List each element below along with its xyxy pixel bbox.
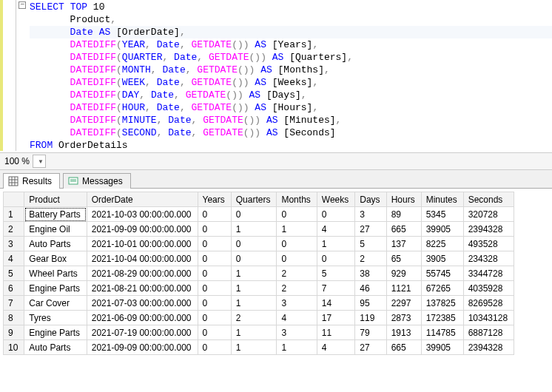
code-line[interactable]: Product,	[30, 13, 552, 26]
grid-cell[interactable]: 1	[277, 222, 317, 237]
grid-cell[interactable]: 2	[355, 251, 386, 266]
grid-cell[interactable]: 1	[231, 296, 277, 311]
grid-cell[interactable]: 4	[317, 340, 354, 355]
grid-cell[interactable]: 2021-08-21 00:00:00.000	[87, 281, 198, 296]
grid-cell[interactable]: 67265	[421, 281, 463, 296]
grid-cell[interactable]: 2021-08-29 00:00:00.000	[87, 266, 198, 281]
code-line[interactable]: SELECT TOP 10	[30, 1, 552, 13]
grid-cell[interactable]: 8269528	[463, 296, 514, 311]
grid-cell[interactable]: 0	[198, 281, 231, 296]
grid-cell[interactable]: 0	[198, 296, 231, 311]
table-row[interactable]: 6Engine Parts2021-08-21 00:00:00.0000127…	[4, 281, 514, 296]
grid-cell[interactable]: 5345	[421, 207, 463, 222]
grid-cell[interactable]: 137	[386, 237, 421, 251]
grid-cell[interactable]: Car Cover	[24, 296, 87, 311]
grid-cell[interactable]: 79	[355, 325, 386, 340]
grid-cell[interactable]: 0	[317, 207, 354, 222]
grid-cell[interactable]: 2021-07-19 00:00:00.000	[87, 325, 198, 340]
grid-cell[interactable]: 0	[277, 237, 317, 251]
grid-cell[interactable]: 493528	[463, 237, 514, 251]
code-line[interactable]: DATEDIFF(MINUTE, Date, GETDATE()) AS [Mi…	[30, 114, 552, 126]
grid-cell[interactable]: 7	[317, 281, 354, 296]
grid-cell[interactable]: 4035928	[463, 281, 514, 296]
grid-cell[interactable]: 4	[277, 311, 317, 325]
grid-cell[interactable]: 2021-10-01 00:00:00.000	[87, 237, 198, 251]
code-line[interactable]: Date AS [OrderDate],	[30, 26, 552, 38]
column-header[interactable]: OrderDate	[87, 192, 198, 207]
row-header[interactable]: 3	[4, 237, 24, 251]
grid-cell[interactable]: 0	[198, 340, 231, 355]
code-line[interactable]: DATEDIFF(YEAR, Date, GETDATE()) AS [Year…	[30, 38, 552, 51]
table-row[interactable]: 7Car Cover2021-07-03 00:00:00.0000131495…	[4, 296, 514, 311]
grid-cell[interactable]: 1	[231, 281, 277, 296]
column-header[interactable]: Quarters	[231, 192, 277, 207]
grid-cell[interactable]: 1	[277, 340, 317, 355]
table-row[interactable]: 8Tyres2021-06-09 00:00:00.00002417119287…	[4, 311, 514, 325]
code-line[interactable]: DATEDIFF(MONTH, Date, GETDATE()) AS [Mon…	[30, 64, 552, 76]
grid-cell[interactable]: 2021-09-09 00:00:00.000	[87, 340, 198, 355]
grid-cell[interactable]: 3905	[421, 251, 463, 266]
grid-cell[interactable]: 2021-10-03 00:00:00.000	[87, 207, 198, 222]
row-header[interactable]: 7	[4, 296, 24, 311]
grid-cell[interactable]: 11	[317, 325, 354, 340]
grid-cell[interactable]: Engine Oil	[24, 222, 87, 237]
grid-cell[interactable]: 2	[277, 281, 317, 296]
grid-cell[interactable]: 665	[386, 340, 421, 355]
table-row[interactable]: 3Auto Parts2021-10-01 00:00:00.000000151…	[4, 237, 514, 251]
column-header[interactable]: Product	[24, 192, 87, 207]
grid-cell[interactable]: Gear Box	[24, 251, 87, 266]
grid-cell[interactable]: 114785	[421, 325, 463, 340]
grid-cell[interactable]: 39905	[421, 340, 463, 355]
grid-cell[interactable]: 0	[277, 207, 317, 222]
grid-cell[interactable]: 0	[317, 251, 354, 266]
grid-cell[interactable]: 665	[386, 222, 421, 237]
grid-cell[interactable]: Auto Parts	[24, 237, 87, 251]
grid-cell[interactable]: 55745	[421, 266, 463, 281]
row-header[interactable]: 5	[4, 266, 24, 281]
grid-cell[interactable]: 0	[198, 266, 231, 281]
grid-cell[interactable]: 17	[317, 311, 354, 325]
grid-cell[interactable]: 2021-06-09 00:00:00.000	[87, 311, 198, 325]
grid-cell[interactable]: 1121	[386, 281, 421, 296]
grid-cell[interactable]: 0	[231, 251, 277, 266]
row-header[interactable]: 1	[4, 207, 24, 222]
grid-cell[interactable]: 4	[317, 222, 354, 237]
grid-cell[interactable]: 0	[231, 207, 277, 222]
collapse-icon[interactable]: −	[18, 1, 26, 9]
grid-cell[interactable]: Engine Parts	[24, 325, 87, 340]
grid-cell[interactable]: 1913	[386, 325, 421, 340]
code-line[interactable]: DATEDIFF(QUARTER, Date, GETDATE()) AS [Q…	[30, 51, 552, 64]
table-row[interactable]: 2Engine Oil2021-09-09 00:00:00.000011427…	[4, 222, 514, 237]
column-header[interactable]: Years	[198, 192, 231, 207]
grid-cell[interactable]: 0	[198, 207, 231, 222]
table-row[interactable]: 5Wheel Parts2021-08-29 00:00:00.00001253…	[4, 266, 514, 281]
grid-cell[interactable]: 1	[231, 325, 277, 340]
column-header[interactable]: Minutes	[421, 192, 463, 207]
grid-cell[interactable]: 38	[355, 266, 386, 281]
table-row[interactable]: 4Gear Box2021-10-04 00:00:00.00000002653…	[4, 251, 514, 266]
grid-cell[interactable]: 1	[317, 237, 354, 251]
zoom-dropdown[interactable]: ▼	[33, 155, 46, 168]
grid-cell[interactable]: 5	[355, 237, 386, 251]
grid-cell[interactable]: 0	[198, 251, 231, 266]
tab-results[interactable]: Results	[3, 173, 60, 189]
code-line[interactable]: DATEDIFF(WEEK, Date, GETDATE()) AS [Week…	[30, 76, 552, 89]
grid-cell[interactable]: 14	[317, 296, 354, 311]
table-row[interactable]: 9Engine Parts2021-07-19 00:00:00.0000131…	[4, 325, 514, 340]
grid-cell[interactable]: 0	[277, 251, 317, 266]
grid-cell[interactable]: Tyres	[24, 311, 87, 325]
grid-cell[interactable]: 2873	[386, 311, 421, 325]
code-line[interactable]: FROM OrderDetails	[30, 139, 552, 152]
grid-cell[interactable]: 95	[355, 296, 386, 311]
grid-cell[interactable]: Battery Parts	[24, 207, 87, 222]
code-line[interactable]: DATEDIFF(HOUR, Date, GETDATE()) AS [Hour…	[30, 101, 552, 114]
grid-cell[interactable]: 234328	[463, 251, 514, 266]
grid-cell[interactable]: 3	[355, 207, 386, 222]
grid-cell[interactable]: 46	[355, 281, 386, 296]
grid-cell[interactable]: 27	[355, 222, 386, 237]
grid-cell[interactable]: 89	[386, 207, 421, 222]
grid-cell[interactable]: 27	[355, 340, 386, 355]
grid-cell[interactable]: 119	[355, 311, 386, 325]
column-header[interactable]: Hours	[386, 192, 421, 207]
table-row[interactable]: 10Auto Parts2021-09-09 00:00:00.00001142…	[4, 340, 514, 355]
